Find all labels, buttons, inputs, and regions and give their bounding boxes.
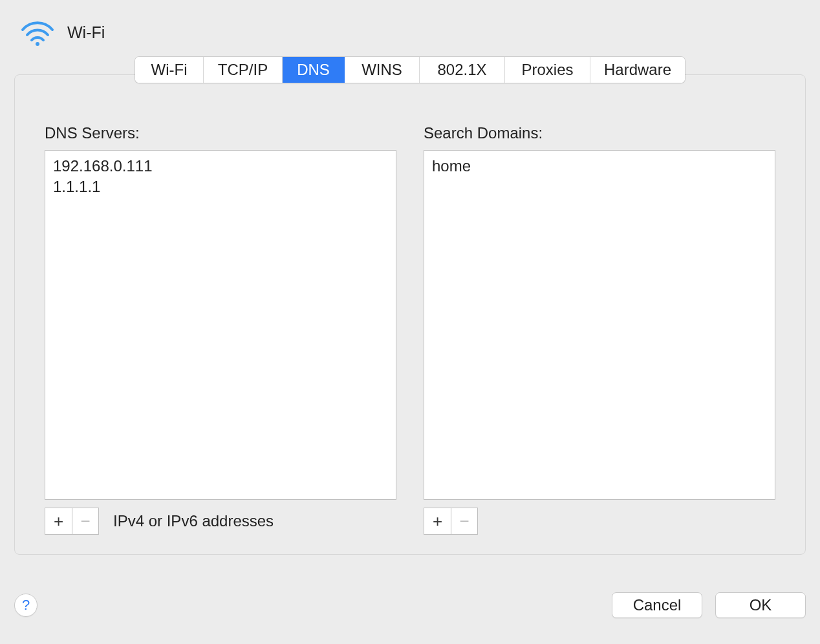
add-dns-server-button[interactable]: + bbox=[45, 508, 72, 535]
minus-icon: − bbox=[80, 513, 90, 530]
dns-hint: IPv4 or IPv6 addresses bbox=[113, 512, 274, 530]
help-icon: ? bbox=[22, 597, 30, 614]
footer: ? Cancel OK bbox=[14, 592, 806, 618]
tab-dns[interactable]: DNS bbox=[283, 57, 345, 83]
minus-icon: − bbox=[459, 513, 469, 530]
main-panel: DNS Servers: 192.168.0.111 1.1.1.1 + − I… bbox=[14, 74, 806, 555]
ok-button[interactable]: OK bbox=[715, 592, 806, 618]
wifi-icon bbox=[19, 18, 56, 47]
list-item[interactable]: home bbox=[431, 156, 768, 177]
search-domains-list[interactable]: home bbox=[424, 150, 775, 500]
tabs: Wi-Fi TCP/IP DNS WINS 802.1X Proxies Har… bbox=[0, 57, 820, 83]
list-item[interactable]: 192.168.0.111 bbox=[52, 156, 389, 177]
list-item[interactable]: 1.1.1.1 bbox=[52, 177, 389, 197]
remove-dns-server-button[interactable]: − bbox=[72, 508, 99, 535]
tab-wifi[interactable]: Wi-Fi bbox=[135, 57, 204, 83]
tab-proxies[interactable]: Proxies bbox=[505, 57, 590, 83]
header: Wi-Fi bbox=[0, 0, 820, 53]
tab-hardware[interactable]: Hardware bbox=[590, 57, 685, 83]
search-domains-column: Search Domains: home + − bbox=[424, 124, 775, 535]
add-search-domain-button[interactable]: + bbox=[424, 508, 451, 535]
page-title: Wi-Fi bbox=[67, 23, 105, 42]
cancel-button[interactable]: Cancel bbox=[612, 592, 702, 618]
remove-search-domain-button[interactable]: − bbox=[451, 508, 478, 535]
dns-servers-label: DNS Servers: bbox=[45, 124, 396, 142]
plus-icon: + bbox=[54, 513, 63, 530]
tab-wins[interactable]: WINS bbox=[345, 57, 420, 83]
tab-tcpip[interactable]: TCP/IP bbox=[204, 57, 283, 83]
dns-servers-column: DNS Servers: 192.168.0.111 1.1.1.1 + − I… bbox=[45, 124, 396, 535]
svg-point-0 bbox=[36, 42, 39, 46]
plus-icon: + bbox=[433, 513, 442, 530]
dns-servers-list[interactable]: 192.168.0.111 1.1.1.1 bbox=[45, 150, 396, 500]
tab-8021x[interactable]: 802.1X bbox=[420, 57, 505, 83]
search-domains-label: Search Domains: bbox=[424, 124, 775, 142]
help-button[interactable]: ? bbox=[14, 594, 38, 617]
